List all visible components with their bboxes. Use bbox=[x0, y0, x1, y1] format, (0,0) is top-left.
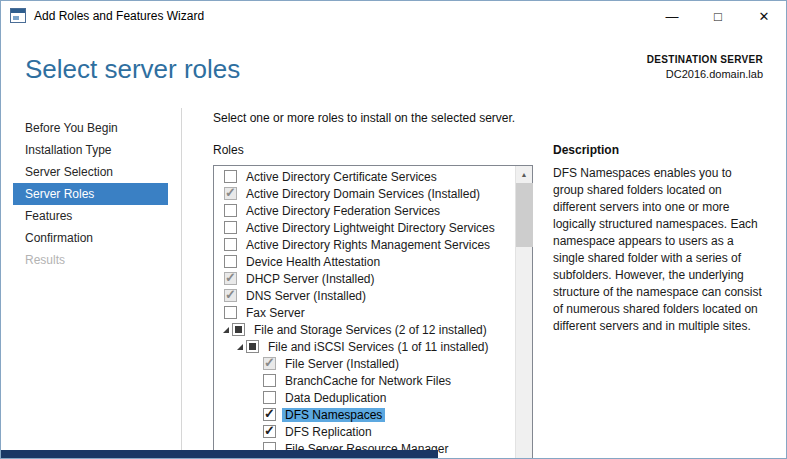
roles-list-label: Roles bbox=[213, 143, 244, 157]
background-window-strip bbox=[0, 450, 438, 459]
page-title: Select server roles bbox=[25, 54, 240, 85]
role-row[interactable]: Active Directory Rights Management Servi… bbox=[215, 236, 515, 253]
roles-list[interactable]: Active Directory Certificate Services Ac… bbox=[213, 165, 533, 459]
wizard-window: Add Roles and Features Wizard — □ ✕ Sele… bbox=[0, 0, 787, 459]
role-row[interactable]: Active Directory Domain Services (Instal… bbox=[215, 185, 515, 202]
minimize-icon: — bbox=[666, 9, 679, 24]
role-label: DNS Server (Installed) bbox=[243, 289, 369, 303]
checkbox-checked-icon[interactable] bbox=[263, 408, 276, 421]
role-label: File and Storage Services (2 of 12 insta… bbox=[251, 323, 490, 337]
role-label: BranchCache for Network Files bbox=[282, 374, 454, 388]
wizard-app-icon bbox=[10, 8, 26, 23]
minimize-button[interactable]: — bbox=[649, 0, 695, 32]
sidebar-item-confirmation[interactable]: Confirmation bbox=[13, 227, 168, 249]
sidebar-item-before-you-begin[interactable]: Before You Begin bbox=[13, 117, 168, 139]
tree-expander-icon[interactable] bbox=[233, 343, 246, 351]
checkbox-partial-icon[interactable] bbox=[246, 340, 259, 353]
destination-server-name: DC2016.domain.lab bbox=[647, 68, 763, 80]
destination-server-block: DESTINATION SERVER DC2016.domain.lab bbox=[647, 54, 763, 80]
sidebar-item-installation-type[interactable]: Installation Type bbox=[13, 139, 168, 161]
role-label: Active Directory Rights Management Servi… bbox=[243, 238, 493, 252]
role-label: Active Directory Domain Services (Instal… bbox=[243, 187, 483, 201]
wizard-steps-nav: Before You Begin Installation Type Serve… bbox=[0, 117, 180, 271]
sidebar-item-features[interactable]: Features bbox=[13, 205, 168, 227]
role-label: File Server (Installed) bbox=[282, 357, 402, 371]
role-label: Active Directory Certificate Services bbox=[243, 170, 440, 184]
checkbox-unchecked-icon[interactable] bbox=[224, 204, 237, 217]
scroll-up-icon[interactable] bbox=[516, 166, 532, 183]
role-row[interactable]: BranchCache for Network Files bbox=[215, 372, 515, 389]
sidebar-divider bbox=[181, 108, 182, 459]
checkbox-unchecked-icon[interactable] bbox=[263, 374, 276, 387]
role-label: Fax Server bbox=[243, 306, 308, 320]
close-button[interactable]: ✕ bbox=[741, 0, 787, 32]
description-text: DFS Namespaces enables you to group shar… bbox=[553, 165, 765, 335]
checkbox-unchecked-icon[interactable] bbox=[224, 255, 237, 268]
checkbox-checked-disabled-icon bbox=[224, 289, 237, 302]
role-label: Active Directory Federation Services bbox=[243, 204, 443, 218]
scrollbar[interactable] bbox=[515, 166, 532, 459]
checkbox-unchecked-icon[interactable] bbox=[224, 238, 237, 251]
maximize-button[interactable]: □ bbox=[695, 0, 741, 32]
role-label: DHCP Server (Installed) bbox=[243, 272, 377, 286]
checkbox-unchecked-icon[interactable] bbox=[224, 306, 237, 319]
role-label: File and iSCSI Services (1 of 11 install… bbox=[265, 340, 492, 354]
role-row[interactable]: Active Directory Certificate Services bbox=[215, 168, 515, 185]
sidebar-item-server-roles[interactable]: Server Roles bbox=[13, 183, 168, 205]
description-heading: Description bbox=[553, 143, 619, 157]
role-label: DFS Namespaces bbox=[282, 408, 385, 422]
role-row[interactable]: Data Deduplication bbox=[215, 389, 515, 406]
checkbox-checked-disabled-icon bbox=[263, 357, 276, 370]
sidebar-item-server-selection[interactable]: Server Selection bbox=[13, 161, 168, 183]
checkbox-checked-disabled-icon bbox=[224, 272, 237, 285]
role-row[interactable]: DNS Server (Installed) bbox=[215, 287, 515, 304]
role-row[interactable]: Fax Server bbox=[215, 304, 515, 321]
checkbox-checked-disabled-icon bbox=[224, 187, 237, 200]
destination-server-label: DESTINATION SERVER bbox=[647, 54, 763, 65]
sidebar-item-results: Results bbox=[13, 249, 168, 271]
role-row[interactable]: Active Directory Lightweight Directory S… bbox=[215, 219, 515, 236]
window-title: Add Roles and Features Wizard bbox=[34, 9, 204, 23]
role-label: Active Directory Lightweight Directory S… bbox=[243, 221, 498, 235]
role-row[interactable]: Device Health Attestation bbox=[215, 253, 515, 270]
checkbox-unchecked-icon[interactable] bbox=[224, 221, 237, 234]
scrollbar-thumb[interactable] bbox=[516, 183, 533, 247]
role-row[interactable]: DHCP Server (Installed) bbox=[215, 270, 515, 287]
role-row[interactable]: Active Directory Federation Services bbox=[215, 202, 515, 219]
roles-rows: Active Directory Certificate Services Ac… bbox=[215, 168, 515, 459]
checkbox-checked-icon[interactable] bbox=[263, 425, 276, 438]
role-row-selected[interactable]: DFS Namespaces bbox=[215, 406, 515, 423]
role-label: Data Deduplication bbox=[282, 391, 389, 405]
tree-expander-icon[interactable] bbox=[219, 326, 232, 334]
role-row[interactable]: File and Storage Services (2 of 12 insta… bbox=[215, 321, 515, 338]
role-label: Device Health Attestation bbox=[243, 255, 383, 269]
role-row[interactable]: File Server (Installed) bbox=[215, 355, 515, 372]
checkbox-partial-icon[interactable] bbox=[232, 323, 245, 336]
role-row[interactable]: File and iSCSI Services (1 of 11 install… bbox=[215, 338, 515, 355]
maximize-icon: □ bbox=[714, 9, 722, 24]
instruction-text: Select one or more roles to install on t… bbox=[213, 111, 515, 125]
role-label: DFS Replication bbox=[282, 425, 375, 439]
title-bar[interactable]: Add Roles and Features Wizard — □ ✕ bbox=[0, 0, 787, 32]
close-icon: ✕ bbox=[759, 9, 770, 24]
role-row[interactable]: DFS Replication bbox=[215, 423, 515, 440]
checkbox-unchecked-icon[interactable] bbox=[224, 170, 237, 183]
checkbox-unchecked-icon[interactable] bbox=[263, 391, 276, 404]
